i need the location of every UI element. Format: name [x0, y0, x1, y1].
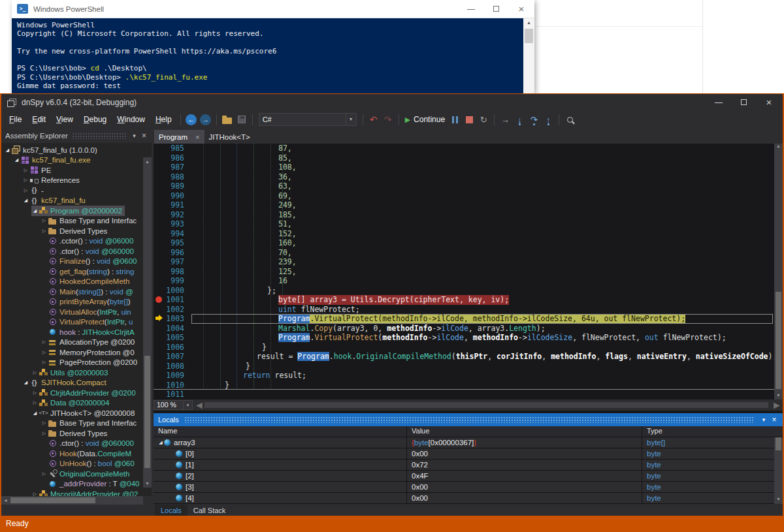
powershell-console[interactable]: Windows PowerShellCopyright (C) Microsof… [12, 18, 534, 93]
code-line[interactable]: 992185, [154, 210, 774, 220]
glyph-margin[interactable] [154, 200, 165, 210]
code-line[interactable]: 98836, [154, 172, 774, 182]
glyph-margin[interactable] [154, 305, 165, 315]
scroll-up-icon[interactable]: ▲ [143, 157, 152, 166]
code-line[interactable]: 1006} [154, 343, 774, 352]
chevron-down-icon[interactable]: ▾ [184, 400, 193, 410]
glyph-margin[interactable] [154, 381, 165, 390]
tab-jithook-t-[interactable]: JITHook<T> [204, 130, 255, 144]
column-header-type[interactable]: Type [642, 426, 783, 437]
locals-type-cell[interactable]: byte[] [642, 437, 783, 448]
tree-expander[interactable]: ▷ [22, 168, 29, 173]
column-header-value[interactable]: Value [407, 426, 642, 437]
code-line[interactable]: 998125, [154, 267, 774, 277]
locals-value-cell[interactable]: 0x00 [407, 448, 642, 459]
code-line[interactable]: 1001byte[] array3 = Utils.Decrypt(cipher… [154, 295, 774, 305]
navigate-forward-button[interactable]: → [199, 112, 213, 127]
code-line-text[interactable]: byte[] array3 = Utils.Decrypt(cipherText… [190, 295, 774, 305]
menu-help[interactable]: Help [150, 110, 177, 129]
locals-row[interactable]: [3]0x00byte [154, 482, 783, 493]
glyph-margin[interactable] [154, 219, 165, 229]
locals-name-cell[interactable]: [0] [154, 448, 407, 459]
scrollbar-thumb[interactable] [204, 402, 768, 408]
code-line[interactable]: 1004Marshal.Copy(array3, 0, methodInfo->… [154, 324, 774, 334]
code-line[interactable]: 991249, [154, 200, 774, 210]
glyph-margin[interactable] [154, 229, 165, 239]
code-line[interactable]: 1008} [154, 362, 774, 371]
editor-vertical-scrollbar[interactable]: ▲ ▼ [774, 144, 783, 399]
code-line-text[interactable]: return result; [190, 371, 774, 381]
code-line-text[interactable]: } [190, 381, 774, 390]
code-line[interactable]: 1012// Token: 0x04000001 RID: 1 [154, 399, 774, 400]
tree-expander[interactable]: ▷ [31, 370, 39, 375]
tree-expander[interactable]: ◢ [31, 208, 39, 213]
chevron-down-icon[interactable]: ▾ [759, 416, 769, 423]
glyph-margin[interactable] [154, 267, 165, 277]
code-line[interactable]: 995160, [154, 238, 774, 248]
tab-locals[interactable]: Locals [155, 505, 188, 516]
code-view[interactable]: 98587,98685,987108,98836,98963,99069,991… [154, 144, 783, 399]
locals-row[interactable]: [0]0x00byte [154, 448, 783, 460]
code-line[interactable]: 98685, [154, 153, 774, 163]
code-line-text[interactable]: 63, [190, 181, 774, 191]
code-line[interactable]: 99069, [154, 191, 774, 201]
redo-button[interactable]: ↷ [381, 112, 395, 127]
assembly-explorer-header[interactable]: Assembly Explorer ▾ × [1, 129, 152, 143]
tree-item[interactable]: VirtualAlloc(IntPtr, uin [1, 307, 143, 317]
locals-value-cell[interactable]: 0x00 [407, 482, 642, 492]
glyph-margin[interactable] [154, 352, 165, 362]
code-line[interactable]: 1002uint flNewProtect; [154, 305, 774, 315]
code-line[interactable]: 1005Program.VirtualProtect(methodInfo->i… [154, 333, 774, 343]
glyph-margin[interactable] [154, 276, 165, 286]
code-line[interactable]: 987108, [154, 163, 774, 172]
code-line-text[interactable]: 85, [190, 153, 774, 163]
tab-call-stack[interactable]: Call Stack [188, 505, 232, 516]
open-file-button[interactable] [220, 112, 235, 127]
tree-item[interactable]: UnHook() : bool @060 [1, 459, 143, 469]
tree-expander[interactable]: ▷ [41, 420, 48, 426]
code-line-text[interactable]: 239, [190, 257, 774, 267]
glyph-margin[interactable] [154, 343, 165, 352]
powershell-titlebar[interactable]: >_ Windows PowerShell — × [12, 0, 534, 18]
close-icon[interactable]: × [764, 97, 774, 108]
code-line-text[interactable]: uint flNewProtect; [190, 305, 774, 315]
locals-vertical-scrollbar[interactable]: ▲ ▼ [774, 437, 783, 504]
locals-grid[interactable]: ◢array3{byte[0x00000367]}byte[][0]0x00by… [154, 437, 783, 504]
code-line[interactable]: 99670, [154, 248, 774, 258]
glyph-margin[interactable] [154, 333, 165, 343]
tree-item[interactable]: ◢Program @02000002 [1, 206, 143, 216]
locals-name-cell[interactable]: [3] [154, 482, 407, 492]
tree-item[interactable]: ▷AllocationType @0200 [1, 337, 143, 348]
undo-button[interactable]: ↶ [367, 112, 381, 127]
code-line-text[interactable]: }; [190, 286, 774, 296]
glyph-margin[interactable] [154, 257, 165, 267]
row-expander[interactable]: ◢ [157, 440, 164, 445]
menu-view[interactable]: View [51, 110, 78, 129]
tree-item[interactable]: .ctor() : void @060000 [1, 439, 143, 449]
code-line-text[interactable]: 249, [190, 200, 774, 210]
code-editor[interactable]: 98587,98685,987108,98836,98963,99069,991… [154, 144, 783, 413]
locals-value-cell[interactable]: 0x72 [407, 460, 642, 470]
scrollbar-thumb[interactable] [144, 356, 150, 468]
code-line[interactable]: 1007result = Program.hook.OriginalCompil… [154, 352, 774, 362]
glyph-margin[interactable] [154, 181, 165, 191]
tree-item[interactable]: ◢JITHook<T> @02000008 [1, 408, 143, 418]
tree-item[interactable]: ▷Data @02000004 [1, 398, 143, 409]
locals-type-cell[interactable]: byte [642, 471, 783, 481]
close-icon[interactable]: × [516, 1, 527, 18]
code-line[interactable]: 997239, [154, 257, 774, 267]
glyph-margin[interactable] [154, 390, 165, 399]
powershell-scrollbar[interactable]: ▲ [523, 18, 534, 93]
scroll-down-icon[interactable]: ▼ [774, 495, 783, 503]
chevron-down-icon[interactable]: ▾ [129, 133, 139, 139]
scroll-left-icon[interactable]: ◄ [1, 498, 10, 503]
scroll-right-icon[interactable]: ► [772, 399, 780, 411]
tree-expander[interactable]: ▷ [41, 339, 48, 345]
glyph-margin[interactable] [154, 362, 165, 371]
tree-expander[interactable]: ◢ [22, 380, 29, 385]
step-into-button[interactable]: ↓ [512, 112, 527, 127]
tree-item[interactable]: Hook(Data.CompileM [1, 448, 143, 459]
menu-file[interactable]: File [4, 110, 27, 129]
glyph-margin[interactable] [154, 153, 165, 163]
tree-item[interactable]: ◢SJITHook.Compact [1, 378, 143, 388]
